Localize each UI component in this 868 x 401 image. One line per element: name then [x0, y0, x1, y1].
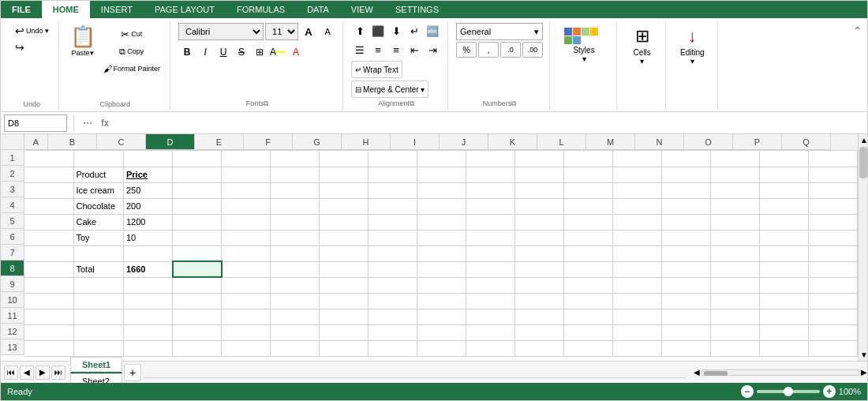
cell-1-8[interactable] — [417, 151, 466, 167]
col-header-I[interactable]: I — [391, 134, 440, 150]
cell-2-6[interactable] — [320, 167, 369, 182]
cell-5-10[interactable] — [515, 214, 564, 230]
cell-4-4[interactable] — [222, 198, 271, 214]
cell-4-1[interactable]: Chocolate — [73, 198, 124, 214]
cell-10-5[interactable] — [271, 293, 320, 309]
cell-5-4[interactable] — [222, 214, 271, 230]
cell-8-9[interactable] — [466, 261, 515, 277]
cell-7-14[interactable] — [711, 245, 760, 261]
cell-6-11[interactable] — [564, 230, 613, 245]
italic-button[interactable]: I — [196, 43, 214, 61]
cell-12-15[interactable] — [760, 324, 809, 340]
cell-3-5[interactable] — [271, 182, 320, 198]
cell-13-10[interactable] — [515, 340, 564, 356]
cell-3-3[interactable] — [173, 182, 222, 198]
cell-13-8[interactable] — [417, 340, 466, 356]
cell-1-14[interactable] — [711, 151, 760, 167]
cell-3-9[interactable] — [466, 182, 515, 198]
decrease-decimal-button[interactable]: .00 — [522, 42, 543, 58]
hscroll-right[interactable]: ▶ — [861, 368, 867, 377]
cell-8-15[interactable] — [760, 261, 809, 277]
hscroll-thumb[interactable] — [704, 371, 728, 376]
cell-11-14[interactable] — [711, 309, 760, 324]
cell-13-5[interactable] — [271, 340, 320, 356]
fill-color-button[interactable]: A — [269, 43, 286, 61]
wrap-text-button[interactable]: ↵ Wrap Text — [351, 61, 402, 78]
cell-1-16[interactable] — [809, 151, 858, 167]
cells-button[interactable]: ⊞ Cells ▾ — [627, 23, 657, 69]
cell-2-4[interactable] — [222, 167, 271, 182]
cell-7-2[interactable] — [124, 245, 173, 261]
align-center-button[interactable]: ≡ — [369, 42, 387, 58]
cell-1-7[interactable] — [369, 151, 417, 167]
cell-3-2[interactable]: 250 — [124, 182, 173, 198]
bold-button[interactable]: B — [178, 43, 196, 61]
cell-8-8[interactable] — [417, 261, 466, 277]
cell-10-7[interactable] — [369, 293, 417, 309]
cell-11-12[interactable] — [613, 309, 662, 324]
cell-5-11[interactable] — [564, 214, 613, 230]
row-header-10[interactable]: 10 — [1, 292, 24, 308]
cell-10-11[interactable] — [564, 293, 613, 309]
cell-9-10[interactable] — [515, 277, 564, 293]
cell-8-3[interactable] — [173, 261, 222, 277]
cell-4-6[interactable] — [320, 198, 369, 214]
cell-2-3[interactable] — [173, 167, 222, 182]
cell-9-8[interactable] — [417, 277, 466, 293]
cell-13-9[interactable] — [466, 340, 515, 356]
row-header-7[interactable]: 7 — [1, 245, 24, 260]
align-bottom-button[interactable]: ⬇ — [387, 23, 405, 39]
cell-3-7[interactable] — [369, 182, 417, 198]
vertical-scrollbar[interactable]: ▲ ▼ — [858, 134, 867, 361]
cell-6-3[interactable] — [173, 230, 222, 245]
cell-10-14[interactable] — [711, 293, 760, 309]
decrease-font-size-button[interactable]: A — [319, 23, 336, 40]
cell-5-16[interactable] — [809, 214, 858, 230]
col-header-F[interactable]: F — [244, 134, 293, 150]
cell-7-5[interactable] — [271, 245, 320, 261]
cell-2-1[interactable]: Product — [73, 167, 124, 182]
cell-13-12[interactable] — [613, 340, 662, 356]
editing-button[interactable]: ↓ Editing ▾ — [674, 23, 711, 69]
cell-6-14[interactable] — [711, 230, 760, 245]
undo-button[interactable]: ↩ Undo ▾ — [12, 23, 52, 39]
cell-12-0[interactable] — [24, 324, 73, 340]
cell-12-13[interactable] — [662, 324, 711, 340]
cell-8-4[interactable] — [222, 261, 271, 277]
tab-page-layout[interactable]: PAGE LAYOUT — [144, 1, 226, 18]
cell-4-8[interactable] — [417, 198, 466, 214]
cell-9-16[interactable] — [809, 277, 858, 293]
strikethrough-button[interactable]: S — [233, 43, 250, 61]
cell-6-5[interactable] — [271, 230, 320, 245]
cell-10-8[interactable] — [417, 293, 466, 309]
collapse-ribbon-button[interactable]: ⌃ — [853, 21, 862, 110]
merge-center-button[interactable]: ⊟ Merge & Center ▾ — [351, 81, 428, 98]
decrease-indent-button[interactable]: ⇤ — [406, 42, 423, 58]
cell-11-16[interactable] — [809, 309, 858, 324]
cell-3-0[interactable] — [24, 182, 73, 198]
cell-9-12[interactable] — [613, 277, 662, 293]
cell-8-7[interactable] — [369, 261, 417, 277]
col-header-E[interactable]: E — [195, 134, 244, 150]
cell-4-0[interactable] — [24, 198, 73, 214]
col-header-O[interactable]: O — [684, 134, 733, 150]
cell-7-8[interactable] — [417, 245, 466, 261]
tab-settings[interactable]: SETTINGS — [384, 1, 450, 18]
cell-4-15[interactable] — [760, 198, 809, 214]
cell-8-12[interactable] — [613, 261, 662, 277]
cell-4-16[interactable] — [809, 198, 858, 214]
align-top-button[interactable]: ⬆ — [351, 23, 369, 39]
tab-insert[interactable]: INSERT — [90, 1, 144, 18]
more-options-icon[interactable]: ⋯ — [80, 116, 95, 130]
cell-5-3[interactable] — [173, 214, 222, 230]
border-button[interactable]: ⊞ — [251, 43, 268, 61]
cell-2-0[interactable] — [24, 167, 73, 182]
cell-1-13[interactable] — [662, 151, 711, 167]
cell-10-12[interactable] — [613, 293, 662, 309]
cell-4-14[interactable] — [711, 198, 760, 214]
cell-5-0[interactable] — [24, 214, 73, 230]
cell-12-2[interactable] — [124, 324, 173, 340]
scroll-up-button[interactable]: ▲ — [859, 134, 867, 146]
row-header-12[interactable]: 12 — [1, 324, 24, 339]
cell-6-9[interactable] — [466, 230, 515, 245]
